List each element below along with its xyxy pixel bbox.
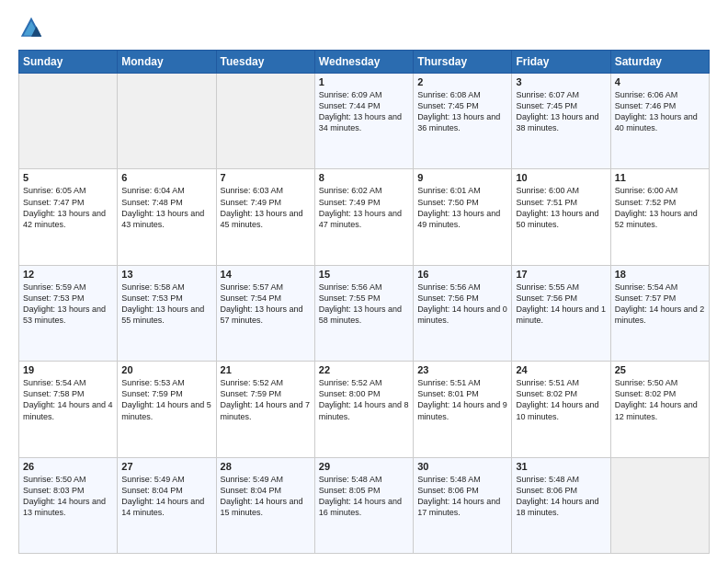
weekday-header: Sunday xyxy=(19,51,118,74)
day-number: 31 xyxy=(516,461,606,472)
calendar-cell: 19Sunrise: 5:54 AM Sunset: 7:58 PM Dayli… xyxy=(19,362,118,457)
cell-info: Sunrise: 5:49 AM Sunset: 8:04 PM Dayligh… xyxy=(121,474,211,519)
calendar-week-row: 12Sunrise: 5:59 AM Sunset: 7:53 PM Dayli… xyxy=(19,265,710,361)
cell-info: Sunrise: 5:50 AM Sunset: 8:02 PM Dayligh… xyxy=(615,377,705,422)
day-number: 26 xyxy=(23,461,113,472)
calendar-cell: 6Sunrise: 6:04 AM Sunset: 7:48 PM Daylig… xyxy=(118,169,216,265)
calendar-cell: 29Sunrise: 5:48 AM Sunset: 8:05 PM Dayli… xyxy=(314,457,413,553)
cell-info: Sunrise: 5:48 AM Sunset: 8:05 PM Dayligh… xyxy=(319,474,409,519)
calendar-cell: 21Sunrise: 5:52 AM Sunset: 7:59 PM Dayli… xyxy=(216,362,314,457)
day-number: 14 xyxy=(221,269,311,280)
calendar-cell: 14Sunrise: 5:57 AM Sunset: 7:54 PM Dayli… xyxy=(216,265,314,361)
calendar-cell: 2Sunrise: 6:08 AM Sunset: 7:45 PM Daylig… xyxy=(414,74,512,169)
cell-info: Sunrise: 5:51 AM Sunset: 8:01 PM Dayligh… xyxy=(417,377,507,422)
weekday-header: Monday xyxy=(118,51,216,74)
calendar-cell: 7Sunrise: 6:03 AM Sunset: 7:49 PM Daylig… xyxy=(216,169,314,265)
calendar-cell: 15Sunrise: 5:56 AM Sunset: 7:55 PM Dayli… xyxy=(314,265,413,361)
weekday-header: Tuesday xyxy=(216,51,314,74)
day-number: 4 xyxy=(615,76,705,87)
day-number: 7 xyxy=(221,172,311,183)
calendar-cell: 20Sunrise: 5:53 AM Sunset: 7:59 PM Dayli… xyxy=(118,362,216,457)
day-number: 13 xyxy=(121,269,211,280)
weekday-header: Friday xyxy=(512,51,610,74)
day-number: 18 xyxy=(615,269,705,280)
logo xyxy=(18,15,48,40)
calendar-week-row: 19Sunrise: 5:54 AM Sunset: 7:58 PM Dayli… xyxy=(19,362,710,457)
calendar-cell: 9Sunrise: 6:01 AM Sunset: 7:50 PM Daylig… xyxy=(414,169,512,265)
calendar-cell: 26Sunrise: 5:50 AM Sunset: 8:03 PM Dayli… xyxy=(19,457,118,553)
cell-info: Sunrise: 5:54 AM Sunset: 7:58 PM Dayligh… xyxy=(23,377,113,422)
cell-info: Sunrise: 6:09 AM Sunset: 7:44 PM Dayligh… xyxy=(319,89,409,134)
calendar-cell xyxy=(118,74,216,169)
calendar-week-row: 5Sunrise: 6:05 AM Sunset: 7:47 PM Daylig… xyxy=(19,169,710,265)
calendar-cell: 1Sunrise: 6:09 AM Sunset: 7:44 PM Daylig… xyxy=(314,74,413,169)
day-number: 30 xyxy=(417,461,507,472)
day-number: 21 xyxy=(221,364,311,375)
cell-info: Sunrise: 5:48 AM Sunset: 8:06 PM Dayligh… xyxy=(516,474,606,519)
calendar-cell: 3Sunrise: 6:07 AM Sunset: 7:45 PM Daylig… xyxy=(512,74,610,169)
day-number: 24 xyxy=(516,364,606,375)
cell-info: Sunrise: 5:56 AM Sunset: 7:55 PM Dayligh… xyxy=(319,282,409,327)
day-number: 23 xyxy=(417,364,507,375)
calendar-cell: 16Sunrise: 5:56 AM Sunset: 7:56 PM Dayli… xyxy=(414,265,512,361)
calendar-cell: 22Sunrise: 5:52 AM Sunset: 8:00 PM Dayli… xyxy=(314,362,413,457)
calendar-cell: 13Sunrise: 5:58 AM Sunset: 7:53 PM Dayli… xyxy=(118,265,216,361)
cell-info: Sunrise: 6:02 AM Sunset: 7:49 PM Dayligh… xyxy=(319,185,409,230)
cell-info: Sunrise: 6:00 AM Sunset: 7:51 PM Dayligh… xyxy=(516,185,606,230)
cell-info: Sunrise: 6:01 AM Sunset: 7:50 PM Dayligh… xyxy=(417,185,507,230)
cell-info: Sunrise: 6:03 AM Sunset: 7:49 PM Dayligh… xyxy=(221,185,311,230)
header xyxy=(18,15,710,40)
weekday-header: Thursday xyxy=(414,51,512,74)
day-number: 9 xyxy=(417,172,507,183)
day-number: 27 xyxy=(121,461,211,472)
day-number: 19 xyxy=(23,364,113,375)
calendar-cell: 10Sunrise: 6:00 AM Sunset: 7:51 PM Dayli… xyxy=(512,169,610,265)
calendar-cell xyxy=(216,74,314,169)
calendar-week-row: 1Sunrise: 6:09 AM Sunset: 7:44 PM Daylig… xyxy=(19,74,710,169)
calendar-cell: 30Sunrise: 5:48 AM Sunset: 8:06 PM Dayli… xyxy=(414,457,512,553)
cell-info: Sunrise: 6:07 AM Sunset: 7:45 PM Dayligh… xyxy=(516,89,606,134)
calendar-cell: 4Sunrise: 6:06 AM Sunset: 7:46 PM Daylig… xyxy=(610,74,709,169)
cell-info: Sunrise: 5:48 AM Sunset: 8:06 PM Dayligh… xyxy=(417,474,507,519)
day-number: 6 xyxy=(121,172,211,183)
page: SundayMondayTuesdayWednesdayThursdayFrid… xyxy=(0,0,728,563)
cell-info: Sunrise: 6:06 AM Sunset: 7:46 PM Dayligh… xyxy=(615,89,705,134)
weekday-header: Wednesday xyxy=(314,51,413,74)
calendar-cell: 17Sunrise: 5:55 AM Sunset: 7:56 PM Dayli… xyxy=(512,265,610,361)
cell-info: Sunrise: 5:52 AM Sunset: 8:00 PM Dayligh… xyxy=(319,377,409,422)
day-number: 25 xyxy=(615,364,705,375)
weekday-header: Saturday xyxy=(610,51,709,74)
cell-info: Sunrise: 5:52 AM Sunset: 7:59 PM Dayligh… xyxy=(221,377,311,422)
calendar-cell: 25Sunrise: 5:50 AM Sunset: 8:02 PM Dayli… xyxy=(610,362,709,457)
cell-info: Sunrise: 5:53 AM Sunset: 7:59 PM Dayligh… xyxy=(121,377,211,422)
cell-info: Sunrise: 5:57 AM Sunset: 7:54 PM Dayligh… xyxy=(221,282,311,327)
calendar-cell: 12Sunrise: 5:59 AM Sunset: 7:53 PM Dayli… xyxy=(19,265,118,361)
calendar-header-row: SundayMondayTuesdayWednesdayThursdayFrid… xyxy=(19,51,710,74)
day-number: 2 xyxy=(417,76,507,87)
day-number: 15 xyxy=(319,269,409,280)
cell-info: Sunrise: 5:55 AM Sunset: 7:56 PM Dayligh… xyxy=(516,282,606,327)
calendar-cell: 31Sunrise: 5:48 AM Sunset: 8:06 PM Dayli… xyxy=(512,457,610,553)
calendar-cell: 8Sunrise: 6:02 AM Sunset: 7:49 PM Daylig… xyxy=(314,169,413,265)
cell-info: Sunrise: 5:50 AM Sunset: 8:03 PM Dayligh… xyxy=(23,474,113,519)
day-number: 1 xyxy=(319,76,409,87)
day-number: 17 xyxy=(516,269,606,280)
day-number: 28 xyxy=(221,461,311,472)
cell-info: Sunrise: 6:04 AM Sunset: 7:48 PM Dayligh… xyxy=(121,185,211,230)
calendar-cell xyxy=(19,74,118,169)
cell-info: Sunrise: 6:08 AM Sunset: 7:45 PM Dayligh… xyxy=(417,89,507,134)
calendar-cell: 18Sunrise: 5:54 AM Sunset: 7:57 PM Dayli… xyxy=(610,265,709,361)
cell-info: Sunrise: 6:05 AM Sunset: 7:47 PM Dayligh… xyxy=(23,185,113,230)
calendar-week-row: 26Sunrise: 5:50 AM Sunset: 8:03 PM Dayli… xyxy=(19,457,710,553)
day-number: 16 xyxy=(417,269,507,280)
cell-info: Sunrise: 5:58 AM Sunset: 7:53 PM Dayligh… xyxy=(121,282,211,327)
calendar-cell: 24Sunrise: 5:51 AM Sunset: 8:02 PM Dayli… xyxy=(512,362,610,457)
day-number: 5 xyxy=(23,172,113,183)
calendar-cell: 23Sunrise: 5:51 AM Sunset: 8:01 PM Dayli… xyxy=(414,362,512,457)
cell-info: Sunrise: 5:54 AM Sunset: 7:57 PM Dayligh… xyxy=(615,282,705,327)
day-number: 12 xyxy=(23,269,113,280)
logo-icon xyxy=(18,15,44,40)
cell-info: Sunrise: 5:59 AM Sunset: 7:53 PM Dayligh… xyxy=(23,282,113,327)
day-number: 11 xyxy=(615,172,705,183)
cell-info: Sunrise: 5:49 AM Sunset: 8:04 PM Dayligh… xyxy=(221,474,311,519)
